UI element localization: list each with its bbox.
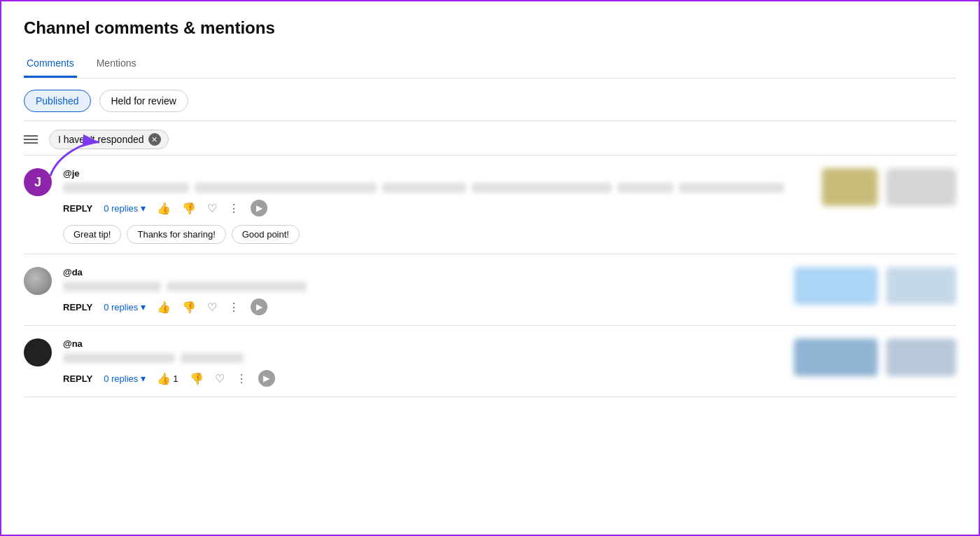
comment-item: @da REPLY 0 replies ▾ 👍 👎 ♡ ⋮ ▶ (24, 254, 956, 326)
avatar (24, 267, 52, 295)
heart-icon[interactable]: ♡ (207, 301, 217, 314)
reply-button[interactable]: REPLY (63, 203, 92, 214)
comment-text (63, 183, 811, 193)
comment-body: @da REPLY 0 replies ▾ 👍 👎 ♡ ⋮ ▶ (63, 267, 783, 315)
comment-body: @je REPLY 0 replies ▾ 👍 👎 (63, 168, 811, 244)
blurred-text (167, 282, 307, 291)
reply-button[interactable]: REPLY (63, 373, 92, 384)
video-thumbnail (794, 267, 878, 305)
comment-actions: REPLY 0 replies ▾ 👍 👎 ♡ ⋮ ▶ (63, 200, 811, 217)
blurred-text (63, 282, 161, 291)
blurred-text (63, 183, 189, 193)
video-thumbnail-2 (886, 267, 956, 305)
blurred-text (472, 183, 612, 193)
active-filter-close[interactable]: ✕ (148, 133, 161, 146)
replies-toggle[interactable]: 0 replies ▾ (104, 373, 146, 384)
tabs-row: Comments Mentions (24, 52, 956, 78)
blurred-text (181, 353, 244, 363)
filter-active-row: I haven't responded ✕ (24, 121, 956, 156)
filter-published[interactable]: Published (24, 90, 91, 112)
video-thumbnail-2 (886, 168, 956, 206)
creator-heart-icon[interactable]: ▶ (251, 298, 267, 315)
more-options-icon[interactable]: ⋮ (228, 202, 239, 215)
tab-comments[interactable]: Comments (24, 52, 77, 78)
comment-text (63, 353, 783, 363)
comment-right (794, 338, 956, 376)
blurred-text (195, 183, 377, 193)
comment-username: @na (63, 338, 783, 349)
comment-right (822, 168, 956, 206)
thumbs-down-icon[interactable]: 👎 (182, 202, 196, 215)
thumbs-up-icon[interactable]: 👍 (157, 202, 171, 215)
filter-held-for-review[interactable]: Held for review (99, 90, 188, 112)
heart-icon[interactable]: ♡ (215, 372, 225, 385)
quick-reply-thanks[interactable]: Thanks for sharing! (127, 225, 225, 244)
comment-text (63, 282, 783, 291)
thumbs-up-icon[interactable]: 👍 (157, 301, 171, 314)
filter-row: Published Held for review (24, 78, 956, 121)
more-options-icon[interactable]: ⋮ (228, 301, 239, 314)
thumbs-down-icon[interactable]: 👎 (190, 372, 204, 385)
heart-icon[interactable]: ♡ (207, 202, 217, 215)
blurred-text (617, 183, 673, 193)
comment-actions: REPLY 0 replies ▾ 👍 👎 ♡ ⋮ ▶ (63, 298, 783, 315)
comment-item: @na REPLY 0 replies ▾ 👍 1 👎 ♡ ⋮ ▶ (24, 326, 956, 397)
avatar: J (24, 168, 52, 196)
video-thumbnail (794, 338, 878, 376)
like-count: 1 (173, 373, 178, 384)
comment-body: @na REPLY 0 replies ▾ 👍 1 👎 ♡ ⋮ ▶ (63, 338, 783, 387)
active-filter-label: I haven't responded (58, 134, 144, 145)
comment-list: J @je REPLY 0 replies ▾ 👍 (24, 156, 956, 397)
blurred-text (679, 183, 784, 193)
comment-username: @da (63, 267, 783, 277)
comment-actions: REPLY 0 replies ▾ 👍 1 👎 ♡ ⋮ ▶ (63, 370, 783, 387)
tab-mentions[interactable]: Mentions (94, 52, 139, 78)
active-filter-tag: I haven't responded ✕ (49, 130, 169, 149)
reply-button[interactable]: REPLY (63, 302, 92, 312)
page-wrapper: Channel comments & mentions Comments Men… (1, 1, 979, 397)
more-options-icon[interactable]: ⋮ (236, 372, 247, 385)
replies-toggle[interactable]: 0 replies ▾ (104, 202, 146, 214)
page-title: Channel comments & mentions (24, 18, 956, 38)
video-thumbnail-2 (886, 338, 956, 376)
quick-reply-great-tip[interactable]: Great tip! (63, 225, 121, 244)
avatar (24, 338, 52, 366)
blurred-text (382, 183, 466, 193)
creator-heart-icon[interactable]: ▶ (251, 200, 267, 217)
blurred-text (63, 353, 175, 363)
filter-hamburger-icon[interactable] (24, 135, 38, 144)
creator-heart-icon[interactable]: ▶ (258, 370, 275, 387)
quick-reply-good-point[interactable]: Good point! (232, 225, 300, 244)
thumbs-up-icon[interactable]: 👍 1 (157, 372, 178, 385)
comment-username: @je (63, 168, 811, 179)
replies-toggle[interactable]: 0 replies ▾ (104, 301, 146, 312)
thumbs-down-icon[interactable]: 👎 (182, 301, 196, 314)
video-thumbnail (822, 168, 878, 206)
comment-right (794, 267, 956, 305)
quick-reply-row: Great tip! Thanks for sharing! Good poin… (63, 225, 811, 244)
comment-item: J @je REPLY 0 replies ▾ 👍 (24, 156, 956, 254)
